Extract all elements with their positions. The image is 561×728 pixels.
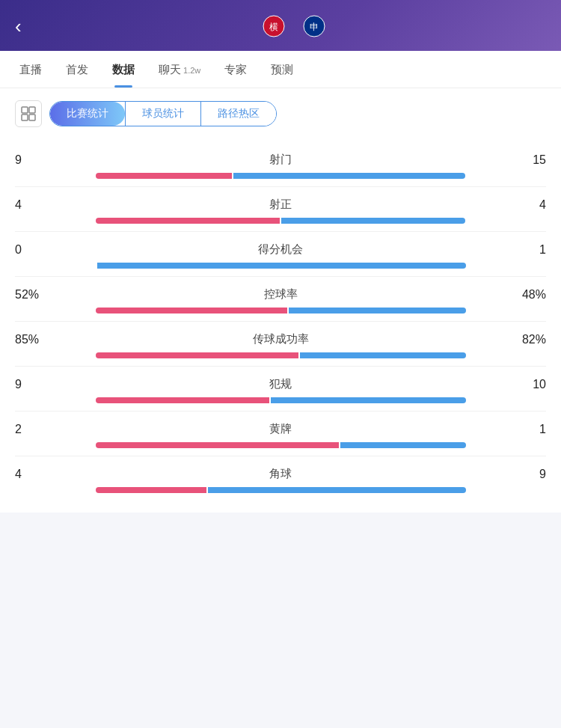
- stat-label-6: 黄牌: [60, 422, 501, 436]
- stat-left-val-4: 85%: [15, 333, 60, 346]
- sub-tabs: 比赛统计 球员统计 路径热区: [15, 100, 546, 127]
- nav-tabs: 直播 首发 数据 聊天 1.2w 专家 预测: [0, 51, 561, 88]
- stat-label-0: 射门: [60, 153, 501, 167]
- stat-header-6: 2 黄牌 1: [15, 422, 546, 436]
- sub-tab-player-stats[interactable]: 球员统计: [125, 102, 200, 126]
- bar-left-3: [96, 308, 287, 313]
- stat-header-7: 4 角球 9: [15, 467, 546, 481]
- tab-live[interactable]: 直播: [7, 51, 54, 88]
- stat-right-val-6: 1: [501, 423, 546, 436]
- stat-left-val-1: 4: [15, 198, 60, 212]
- bar-left-1: [96, 218, 280, 224]
- stat-label-2: 得分机会: [60, 242, 501, 257]
- stat-right-val-2: 1: [501, 243, 546, 257]
- stat-label-7: 角球: [60, 467, 501, 481]
- home-team-badge: 横: [261, 13, 286, 39]
- stat-right-val-4: 82%: [501, 333, 546, 346]
- stats-icon-button[interactable]: [15, 100, 42, 127]
- tab-chat[interactable]: 聊天 1.2w: [147, 51, 212, 88]
- bar-container-0: [15, 173, 546, 179]
- bar-right-5: [271, 397, 466, 403]
- stat-header-1: 4 射正 4: [15, 198, 546, 212]
- svg-rect-7: [29, 114, 35, 120]
- svg-text:申: 申: [310, 22, 319, 32]
- tab-lineup[interactable]: 首发: [54, 51, 100, 88]
- sub-tab-heatmap[interactable]: 路径热区: [200, 102, 276, 126]
- sub-tab-match-stats[interactable]: 比赛统计: [50, 102, 125, 126]
- svg-rect-5: [29, 107, 35, 113]
- stat-left-val-2: 0: [15, 243, 60, 257]
- stat-label-5: 犯规: [60, 377, 501, 391]
- stat-left-val-0: 9: [15, 153, 60, 167]
- score-area: 横 申: [254, 13, 334, 39]
- stat-right-val-5: 10: [501, 378, 546, 391]
- stat-left-val-5: 9: [15, 378, 60, 391]
- tab-data[interactable]: 数据: [100, 51, 147, 88]
- stat-label-3: 控球率: [60, 287, 501, 302]
- bar-left-7: [96, 487, 206, 493]
- bar-right-2: [97, 263, 466, 269]
- stat-row-2: 0 得分机会 1: [15, 232, 546, 277]
- bar-right-6: [340, 442, 466, 448]
- stat-right-val-1: 4: [501, 198, 546, 212]
- tab-expert[interactable]: 专家: [212, 51, 259, 88]
- bar-right-3: [289, 308, 466, 313]
- stat-header-0: 9 射门 15: [15, 153, 546, 167]
- bar-right-1: [281, 218, 465, 224]
- bar-container-7: [15, 487, 546, 493]
- stat-label-4: 传球成功率: [60, 332, 501, 346]
- stat-row-3: 52% 控球率 48%: [15, 277, 546, 322]
- svg-text:横: 横: [269, 22, 278, 32]
- stat-header-2: 0 得分机会 1: [15, 242, 546, 257]
- stat-left-val-6: 2: [15, 423, 60, 436]
- content-area: 比赛统计 球员统计 路径热区 9 射门 15 4 射正 4: [0, 88, 561, 513]
- bar-right-0: [233, 173, 465, 179]
- stat-header-5: 9 犯规 10: [15, 377, 546, 391]
- stat-row-7: 4 角球 9: [15, 456, 546, 501]
- stat-row-4: 85% 传球成功率 82%: [15, 322, 546, 367]
- bar-container-4: [15, 352, 546, 358]
- bar-container-6: [15, 442, 546, 448]
- bar-right-7: [208, 487, 466, 493]
- bar-container-2: [15, 263, 546, 269]
- bar-container-1: [15, 218, 546, 224]
- away-team-badge: 申: [301, 13, 327, 39]
- svg-rect-6: [22, 114, 28, 120]
- stat-row-1: 4 射正 4: [15, 187, 546, 232]
- bar-left-5: [96, 397, 269, 403]
- stat-right-val-7: 9: [501, 468, 546, 481]
- stat-right-val-0: 15: [501, 153, 546, 167]
- stat-row-6: 2 黄牌 1: [15, 412, 546, 456]
- back-button[interactable]: ‹: [15, 15, 42, 38]
- stat-row-0: 9 射门 15: [15, 142, 546, 187]
- stat-left-val-7: 4: [15, 468, 60, 481]
- stat-left-val-3: 52%: [15, 288, 60, 302]
- bar-container-3: [15, 308, 546, 313]
- tab-predict[interactable]: 预测: [259, 51, 305, 88]
- svg-rect-4: [22, 107, 28, 113]
- bar-left-0: [96, 173, 232, 179]
- stat-row-5: 9 犯规 10: [15, 367, 546, 412]
- sub-tab-buttons: 比赛统计 球员统计 路径热区: [49, 101, 277, 126]
- bar-left-6: [96, 442, 339, 448]
- bar-right-4: [300, 352, 466, 358]
- stat-header-3: 52% 控球率 48%: [15, 287, 546, 302]
- stat-label-1: 射正: [60, 198, 501, 212]
- stat-header-4: 85% 传球成功率 82%: [15, 332, 546, 346]
- stats-list: 9 射门 15 4 射正 4 0 得分机会 1: [15, 142, 546, 501]
- header: ‹ 横 申: [0, 0, 561, 51]
- bar-container-5: [15, 397, 546, 403]
- stat-right-val-3: 48%: [501, 288, 546, 302]
- bar-left-4: [96, 352, 298, 358]
